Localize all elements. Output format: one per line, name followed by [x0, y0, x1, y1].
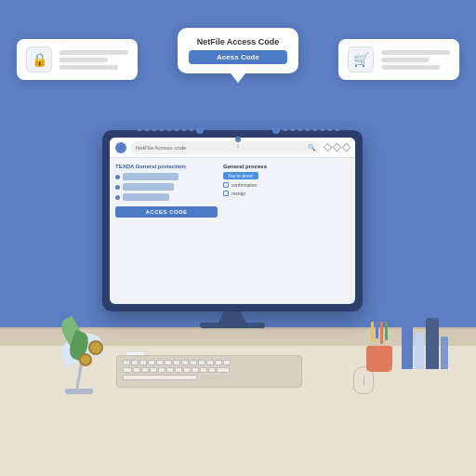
left-panel-title: TEXDA General protection:: [115, 164, 218, 169]
pencil-holder: [366, 322, 392, 372]
right-item-label: receipt: [231, 191, 245, 196]
right-panel-title: General process: [223, 164, 350, 169]
monitor-stand: [218, 311, 246, 323]
checkbox[interactable]: [223, 182, 229, 188]
spacebar-key: [123, 375, 197, 380]
access-code-tag: Acess Code: [189, 50, 287, 64]
cart-bubble-content: [381, 50, 450, 70]
key: [123, 367, 132, 373]
books-stack: [402, 318, 448, 369]
url-text: NetFile Access code: [136, 145, 186, 151]
monitor-container: NetFile Access code 🔍 TEXDA General prot…: [102, 130, 363, 328]
cart-bubble: 🛒: [338, 39, 459, 80]
keyboard[interactable]: [116, 355, 302, 388]
form-bar: [123, 173, 178, 180]
form-row: [115, 193, 218, 201]
checkbox[interactable]: [223, 191, 229, 196]
book: [415, 332, 424, 369]
cart-icon: 🛒: [348, 46, 374, 73]
coin: [79, 353, 92, 366]
key: [217, 367, 230, 373]
key: [158, 367, 165, 373]
bubble-line: [381, 50, 450, 55]
key: [156, 360, 164, 365]
diamond-icon: [324, 143, 333, 152]
key: [200, 367, 207, 373]
monitor: NetFile Access code 🔍 TEXDA General prot…: [102, 130, 363, 311]
form-bar: [123, 193, 169, 201]
keyboard-row: [123, 375, 296, 380]
browser-bar: NetFile Access code 🔍: [110, 138, 355, 158]
key: [215, 360, 222, 365]
right-item: confirmation: [223, 182, 350, 188]
book: [441, 337, 448, 369]
bubble-line: [60, 58, 108, 62]
form-dot: [115, 185, 120, 190]
right-item-label: confirmation: [231, 182, 257, 188]
acces-code-button[interactable]: ACCES CODE: [115, 206, 218, 218]
search-icon: 🔍: [308, 144, 315, 152]
key: [141, 367, 149, 373]
key: [148, 360, 155, 365]
key: [208, 367, 216, 373]
key: [198, 360, 205, 365]
diamond-icon: [342, 143, 351, 152]
holder-cup: [366, 346, 392, 372]
key: [183, 367, 191, 373]
right-panel: General process You're done! confirmatio…: [223, 164, 350, 218]
browser-url-bar[interactable]: NetFile Access code 🔍: [130, 141, 321, 154]
key: [123, 360, 130, 365]
lock-icon: 🔒: [26, 46, 52, 73]
keyboard-rows: [117, 356, 301, 384]
pencil: [380, 322, 383, 344]
lock-bubble-content: [60, 50, 128, 70]
pencil: [376, 322, 378, 338]
right-item: receipt: [223, 191, 350, 196]
keyboard-row: [123, 360, 296, 365]
center-bubble: NetFile Access Code Acess Code: [178, 28, 298, 73]
center-bubble-title: NetFile Access Code: [189, 37, 287, 46]
lamp-base: [65, 389, 93, 394]
key: [192, 367, 199, 373]
key: [206, 360, 214, 365]
key: [166, 367, 174, 373]
key: [150, 367, 157, 373]
lock-bubble: 🔒: [17, 39, 138, 80]
key: [139, 360, 147, 365]
browser-controls: [324, 144, 350, 151]
keyboard-row: [123, 367, 296, 373]
pencils: [366, 322, 392, 344]
bubble-line: [60, 50, 128, 55]
monitor-screen: NetFile Access code 🔍 TEXDA General prot…: [110, 138, 355, 304]
book: [402, 323, 413, 369]
monitor-base: [200, 323, 265, 328]
key: [173, 360, 180, 365]
key: [133, 367, 140, 373]
key: [175, 367, 182, 373]
mouse-scroll: [364, 375, 364, 386]
right-item: You're done!: [223, 172, 350, 179]
key: [131, 360, 139, 365]
key: [181, 360, 189, 365]
bubble-line: [60, 65, 118, 70]
form-row: [115, 183, 218, 191]
bubble-line: [381, 65, 440, 70]
coin: [88, 340, 103, 355]
key: [190, 360, 197, 365]
form-dot: [115, 195, 120, 200]
screen-content: TEXDA General protection: ACCES CODE: [110, 158, 355, 223]
book: [426, 318, 439, 369]
diamond-icon: [333, 143, 342, 152]
pencil: [371, 322, 374, 342]
form-bar: [123, 183, 174, 191]
pencil: [385, 322, 388, 340]
form-row: [115, 173, 218, 180]
status-badge: You're done!: [223, 172, 258, 179]
browser-avatar-icon: [115, 142, 126, 153]
bubble-line: [381, 58, 430, 62]
key: [223, 360, 231, 365]
key: [165, 360, 172, 365]
left-panel: TEXDA General protection: ACCES CODE: [115, 164, 218, 218]
form-dot: [115, 175, 120, 179]
